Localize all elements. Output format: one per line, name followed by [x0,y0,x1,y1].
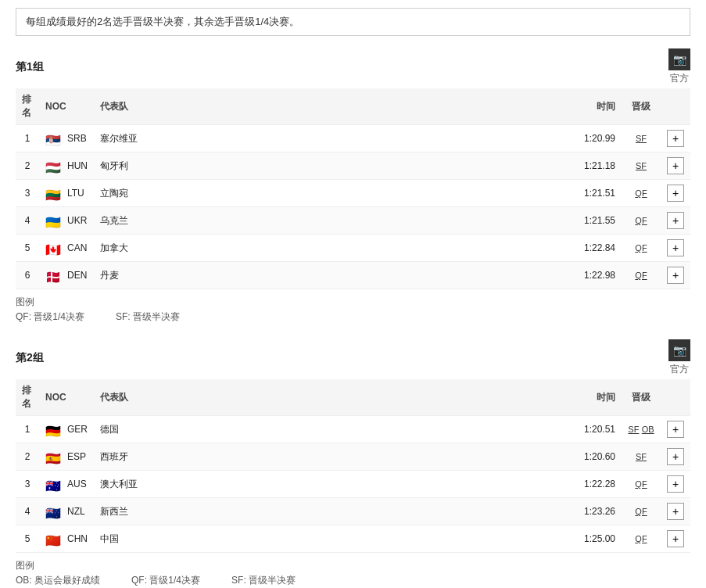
noc-code: HUN [67,160,88,171]
cell-noc: 🇩🇪GER [39,416,94,443]
table-row: 1🇩🇪GER德国1:20.51SF OB+ [16,416,690,443]
group1-table-header-row: 排名 NOC 代表队 时间 晋级 [16,88,690,125]
table-row: 4🇳🇿NZL新西兰1:23.26QF+ [16,498,690,525]
noc-code: LTU [67,188,84,199]
table-row: 3🇦🇺AUS澳大利亚1:22.28QF+ [16,471,690,498]
grade-tag[interactable]: QF [635,534,647,543]
cell-time: 1:21.18 [559,152,622,180]
cell-rank: 1 [16,416,39,443]
cell-noc: 🇱🇹LTU [39,180,94,207]
group1-col-grade: 晋级 [622,88,661,125]
cell-noc: 🇪🇸ESP [39,443,94,471]
cell-team-name: 匈牙利 [94,152,559,180]
cell-action: + [661,498,690,525]
cell-rank: 3 [16,471,39,498]
grade-tag[interactable]: QF [635,271,647,280]
cell-time: 1:21.51 [559,180,622,207]
table-row: 3🇱🇹LTU立陶宛1:21.51QF+ [16,180,690,207]
cell-team-name: 丹麦 [94,262,559,289]
add-button[interactable]: + [667,185,684,202]
cell-grade: QF [622,207,661,235]
cell-grade: SF OB [622,416,661,443]
group2-legend-sf: SF: 晋级半决赛 [231,574,296,587]
noc-code: CAN [67,242,87,253]
add-button[interactable]: + [667,475,684,493]
cell-time: 1:25.00 [559,525,622,553]
add-button[interactable]: + [667,239,684,256]
add-button[interactable]: + [667,267,684,284]
ob-tag[interactable]: OB [642,425,654,434]
group1-legend-sf: SF: 晋级半决赛 [116,310,180,324]
add-button[interactable]: + [667,421,684,438]
grade-tag[interactable]: QF [635,243,647,253]
cell-action: + [661,416,690,443]
cell-team-name: 新西兰 [94,498,559,525]
cell-rank: 3 [16,180,39,207]
group2-camera-button[interactable]: 📷 [668,339,690,361]
grade-tag[interactable]: SF [636,452,647,461]
cell-action: + [661,180,690,207]
cell-grade: QF [622,180,661,207]
cell-grade: QF [622,498,661,525]
cell-rank: 5 [16,235,39,262]
cell-action: + [661,207,690,235]
noc-code: AUS [67,479,87,489]
cell-team-name: 加拿大 [94,235,559,262]
group2-col-rank: 排名 [16,379,39,416]
cell-grade: QF [622,235,661,262]
cell-grade: QF [622,471,661,498]
noc-code: DEN [67,270,87,281]
flag-icon: 🇪🇸 [45,451,61,462]
group1-camera-button[interactable]: 📷 [668,48,690,70]
group2-legend-ob: OB: 奥运会最好成绩 [16,574,100,587]
group1-col-action [661,88,690,125]
flag-icon: 🇩🇰 [45,270,61,281]
table-row: 4🇺🇦UKR乌克兰1:21.55QF+ [16,207,690,235]
grade-tag[interactable]: SF [636,161,647,170]
table-row: 2🇭🇺HUN匈牙利1:21.18SF+ [16,152,690,180]
noc-code: ESP [67,451,86,462]
grade-tag[interactable]: QF [635,216,647,225]
table-row: 6🇩🇰DEN丹麦1:22.98QF+ [16,262,690,289]
flag-icon: 🇱🇹 [45,188,61,199]
cell-action: + [661,471,690,498]
group1-header: 第1组 📷 官方 [16,48,690,85]
group2-table: 排名 NOC 代表队 时间 晋级 1🇩🇪GER德国1:20.51SF OB+2🇪… [16,379,690,553]
add-button[interactable]: + [667,157,684,174]
group1-legend: 图例 QF: 晋级1/4决赛 SF: 晋级半决赛 [16,296,690,324]
group2-col-time: 时间 [559,379,622,416]
flag-icon: 🇳🇿 [45,506,61,517]
add-button[interactable]: + [667,530,684,547]
group1-col-rank: 排名 [16,88,39,125]
group2-section: 第2组 📷 官方 排名 NOC 代表队 时间 晋级 1🇩🇪GER德国1:20.5… [16,339,690,587]
cell-noc: 🇷🇸SRB [39,125,94,152]
group2-legend-title: 图例 [16,559,34,572]
grade-tag[interactable]: SF [628,425,639,434]
group1-official-label: 官方 [670,72,689,85]
grade-tag[interactable]: QF [635,188,647,198]
cell-time: 1:22.84 [559,235,622,262]
group2-legend-qf: QF: 晋级1/4决赛 [131,574,200,587]
group2-legend: 图例 OB: 奥运会最好成绩 QF: 晋级1/4决赛 SF: 晋级半决赛 [16,559,690,587]
grade-tag[interactable]: QF [635,479,647,489]
add-button[interactable]: + [667,448,684,465]
grade-tag[interactable]: QF [635,507,647,516]
add-button[interactable]: + [667,503,684,520]
flag-icon: 🇩🇪 [45,424,61,435]
cell-noc: 🇩🇰DEN [39,262,94,289]
cell-action: + [661,152,690,180]
cell-team-name: 德国 [94,416,559,443]
group2-table-header-row: 排名 NOC 代表队 时间 晋级 [16,379,690,416]
group1-section: 第1组 📷 官方 排名 NOC 代表队 时间 晋级 1🇷🇸SRB塞尔维亚1:20… [16,48,690,324]
group2-title: 第2组 [16,351,44,365]
table-row: 5🇨🇳CHN中国1:25.00QF+ [16,525,690,553]
group1-legend-title: 图例 [16,296,34,309]
cell-rank: 1 [16,125,39,152]
cell-noc: 🇭🇺HUN [39,152,94,180]
group2-col-action [661,379,690,416]
add-button[interactable]: + [667,212,684,229]
add-button[interactable]: + [667,130,684,147]
cell-rank: 4 [16,498,39,525]
grade-tag[interactable]: SF [636,134,647,143]
cell-time: 1:20.60 [559,443,622,471]
